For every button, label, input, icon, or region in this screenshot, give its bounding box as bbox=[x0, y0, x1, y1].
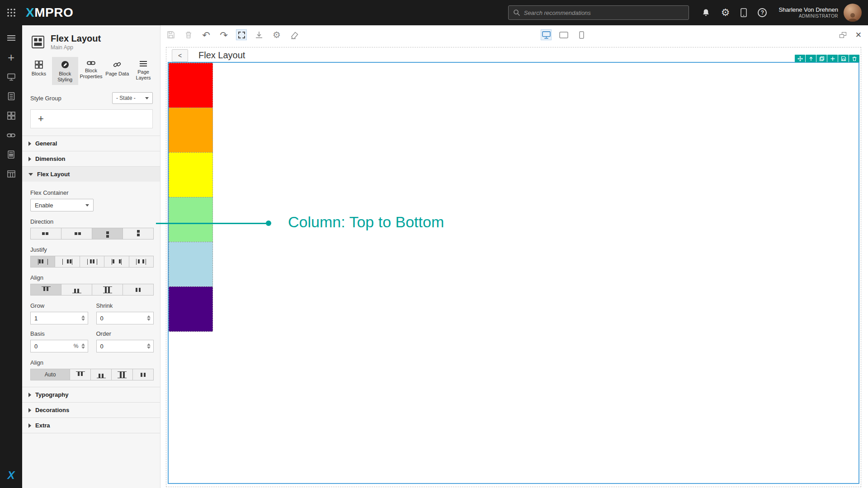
stepper-icon[interactable] bbox=[81, 343, 85, 349]
style-cleaner-icon[interactable] bbox=[289, 30, 299, 40]
connections-icon[interactable] bbox=[6, 131, 16, 140]
settings-gear-icon[interactable]: ⚙ bbox=[721, 8, 730, 18]
direction-label: Direction bbox=[30, 218, 154, 225]
grow-input[interactable]: 1 bbox=[30, 312, 88, 324]
duplicate-icon[interactable] bbox=[816, 55, 827, 62]
menu-hamburger-icon[interactable] bbox=[6, 33, 16, 42]
user-block[interactable]: Sharlene Von Drehnen ADMINISTRATOR bbox=[778, 6, 838, 19]
tab-blocks[interactable]: Blocks bbox=[26, 57, 52, 85]
canvas-block-blue[interactable] bbox=[169, 242, 213, 287]
justify-center-button[interactable] bbox=[80, 256, 104, 267]
flex-container-select[interactable]: Enable bbox=[30, 199, 94, 211]
add-style-button[interactable]: + bbox=[30, 109, 153, 128]
data-table-icon[interactable] bbox=[6, 169, 16, 178]
move-up-icon[interactable] bbox=[806, 55, 816, 62]
section-dimension[interactable]: Dimension bbox=[22, 151, 160, 166]
tab-page-layers[interactable]: Page Layers bbox=[130, 57, 156, 85]
direction-row-button[interactable] bbox=[30, 228, 61, 239]
justify-around-button[interactable] bbox=[129, 256, 154, 267]
flex-layout-body: Flex Container Enable Direction Justify … bbox=[22, 182, 160, 387]
shrink-input[interactable]: 0 bbox=[96, 312, 154, 324]
tab-block-properties[interactable]: Block Properties bbox=[78, 57, 104, 85]
justify-between-button[interactable] bbox=[104, 256, 129, 267]
align-end-button[interactable] bbox=[61, 284, 92, 296]
select-tool-icon[interactable] bbox=[236, 30, 246, 40]
apps-grid-icon[interactable] bbox=[0, 0, 22, 25]
direction-row-reverse-button[interactable] bbox=[61, 228, 92, 239]
align-stretch-icon bbox=[103, 286, 112, 293]
stepper-icon[interactable] bbox=[147, 343, 151, 349]
avatar[interactable] bbox=[844, 4, 862, 22]
page-data-link-icon bbox=[113, 61, 121, 69]
chevron-down-icon bbox=[28, 173, 33, 176]
justify-around-icon bbox=[136, 259, 146, 265]
canvas-block-indigo[interactable] bbox=[169, 286, 213, 332]
align-stretch-button[interactable] bbox=[92, 284, 123, 296]
styling-pencil-icon bbox=[61, 61, 69, 69]
delete-icon[interactable] bbox=[184, 30, 193, 40]
blocks-icon[interactable] bbox=[6, 111, 16, 120]
download-icon[interactable] bbox=[254, 30, 264, 40]
dashboards-icon[interactable] bbox=[6, 72, 16, 81]
section-flex-layout[interactable]: Flex Layout bbox=[22, 166, 160, 182]
tablet-preview-icon[interactable] bbox=[559, 30, 569, 40]
direction-column-reverse-button[interactable] bbox=[123, 228, 154, 239]
align-start-button[interactable] bbox=[30, 284, 61, 296]
align-start-icon bbox=[42, 286, 51, 293]
align-start-icon bbox=[76, 371, 85, 378]
item-align-start-button[interactable] bbox=[70, 369, 91, 380]
properties-link-icon bbox=[87, 61, 95, 66]
tab-block-styling[interactable]: Block Styling bbox=[52, 57, 78, 85]
calculator-icon[interactable] bbox=[6, 150, 16, 159]
selected-flex-container[interactable] bbox=[168, 62, 859, 484]
align-end-icon bbox=[97, 371, 106, 378]
stepper-icon[interactable] bbox=[147, 315, 151, 321]
save-block-icon[interactable] bbox=[838, 55, 849, 62]
item-align-end-button[interactable] bbox=[90, 369, 112, 380]
stepper-icon[interactable] bbox=[81, 315, 85, 321]
annotation-line bbox=[156, 223, 269, 224]
section-typography[interactable]: Typography bbox=[22, 387, 160, 402]
canvas-block-red[interactable] bbox=[169, 63, 213, 108]
expand-window-icon[interactable] bbox=[840, 32, 846, 38]
canvas-block-yellow[interactable] bbox=[169, 152, 213, 197]
add-new-icon[interactable]: + bbox=[6, 53, 16, 62]
page-settings-gear-icon[interactable]: ⚙ bbox=[272, 30, 282, 40]
tab-page-data[interactable]: Page Data bbox=[104, 57, 130, 85]
section-general[interactable]: General bbox=[22, 136, 160, 151]
align-center-button[interactable] bbox=[123, 284, 154, 296]
section-decorations[interactable]: Decorations bbox=[22, 402, 160, 418]
grow-label: Grow bbox=[30, 302, 88, 309]
justify-end-button[interactable] bbox=[55, 256, 80, 267]
bell-icon[interactable] bbox=[702, 8, 710, 17]
justify-end-icon bbox=[62, 259, 72, 265]
style-group-select[interactable]: - State - bbox=[112, 92, 153, 104]
help-icon[interactable]: ? bbox=[758, 8, 767, 17]
forms-icon[interactable] bbox=[6, 92, 16, 101]
item-align-center-button[interactable] bbox=[132, 369, 154, 380]
basis-input[interactable]: 0 % bbox=[30, 340, 88, 352]
mobile-icon[interactable] bbox=[741, 8, 747, 17]
align-end-icon bbox=[72, 286, 81, 293]
search-box[interactable] bbox=[508, 5, 689, 20]
redo-icon[interactable]: ↷ bbox=[219, 30, 229, 40]
save-icon[interactable] bbox=[166, 30, 176, 40]
justify-start-button[interactable] bbox=[30, 256, 55, 267]
direction-column-button[interactable] bbox=[92, 228, 123, 239]
search-input[interactable] bbox=[524, 9, 684, 16]
back-button[interactable]: < bbox=[172, 49, 188, 62]
delete-block-icon[interactable] bbox=[849, 55, 859, 62]
style-group-label: Style Group bbox=[30, 95, 61, 102]
move-icon[interactable] bbox=[795, 55, 805, 62]
item-align-stretch-button[interactable] bbox=[111, 369, 132, 380]
close-icon[interactable]: ✕ bbox=[855, 30, 862, 40]
desktop-preview-icon[interactable] bbox=[541, 30, 551, 40]
undo-icon[interactable]: ↶ bbox=[201, 30, 211, 40]
phone-preview-icon[interactable] bbox=[576, 30, 586, 40]
item-align-auto-button[interactable]: Auto bbox=[30, 369, 70, 380]
canvas-block-orange[interactable] bbox=[169, 108, 213, 153]
section-extra[interactable]: Extra bbox=[22, 418, 160, 433]
canvas-block-green[interactable] bbox=[169, 197, 213, 242]
add-block-icon[interactable] bbox=[827, 55, 838, 62]
order-input[interactable]: 0 bbox=[96, 340, 154, 352]
